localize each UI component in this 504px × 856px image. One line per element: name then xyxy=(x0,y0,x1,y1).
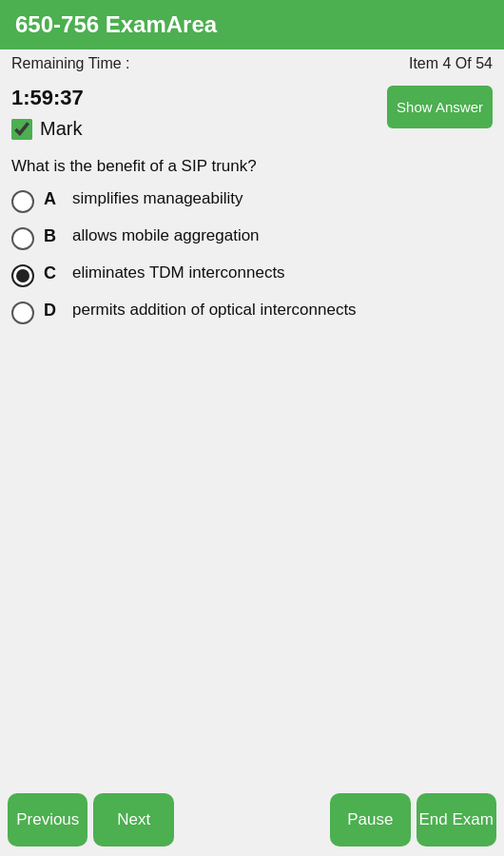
previous-button[interactable]: Previous xyxy=(8,793,87,846)
bottom-spacer xyxy=(180,793,324,846)
mark-row: Mark xyxy=(11,118,84,140)
subheader-bar: Remaining Time : Item 4 Of 54 xyxy=(0,49,504,78)
option-letter-c: C xyxy=(44,263,63,283)
end-exam-button[interactable]: End Exam xyxy=(417,793,496,846)
radio-c[interactable] xyxy=(11,264,34,287)
option-row-c[interactable]: C eliminates TDM interconnects xyxy=(11,263,493,287)
option-text-a: simplifies manageability xyxy=(72,189,243,208)
mark-label[interactable]: Mark xyxy=(40,118,82,140)
option-letter-b: B xyxy=(44,226,63,246)
app-header: 650-756 ExamArea xyxy=(0,0,504,49)
options-list: A simplifies manageability B allows mobi… xyxy=(11,189,493,338)
remaining-time-label: Remaining Time : xyxy=(11,55,130,72)
option-letter-a: A xyxy=(44,189,63,209)
option-row-b[interactable]: B allows mobile aggregation xyxy=(11,226,493,250)
item-count-label: Item 4 Of 54 xyxy=(409,55,493,72)
mark-checkbox[interactable] xyxy=(11,119,32,140)
timer-display: 1:59:37 xyxy=(11,86,84,110)
app-title: 650-756 ExamArea xyxy=(15,11,217,38)
option-text-c: eliminates TDM interconnects xyxy=(72,263,285,282)
bottom-bar: Previous Next Pause End Exam xyxy=(0,784,504,856)
timer-left: 1:59:37 Mark xyxy=(11,86,84,140)
timer-row: 1:59:37 Mark Show Answer xyxy=(11,86,493,140)
option-letter-d: D xyxy=(44,301,63,321)
option-text-d: permits addition of optical interconnect… xyxy=(72,301,357,320)
radio-d[interactable] xyxy=(11,302,34,324)
option-text-b: allows mobile aggregation xyxy=(72,226,260,245)
pause-button[interactable]: Pause xyxy=(330,793,410,846)
show-answer-button[interactable]: Show Answer xyxy=(387,86,493,128)
option-row-a[interactable]: A simplifies manageability xyxy=(11,189,493,213)
option-row-d[interactable]: D permits addition of optical interconne… xyxy=(11,301,493,324)
next-button[interactable]: Next xyxy=(93,793,173,846)
content-area: 1:59:37 Mark Show Answer What is the ben… xyxy=(0,78,504,784)
radio-b[interactable] xyxy=(11,227,34,250)
radio-a[interactable] xyxy=(11,190,34,213)
question-text: What is the benefit of a SIP trunk? xyxy=(11,157,493,176)
